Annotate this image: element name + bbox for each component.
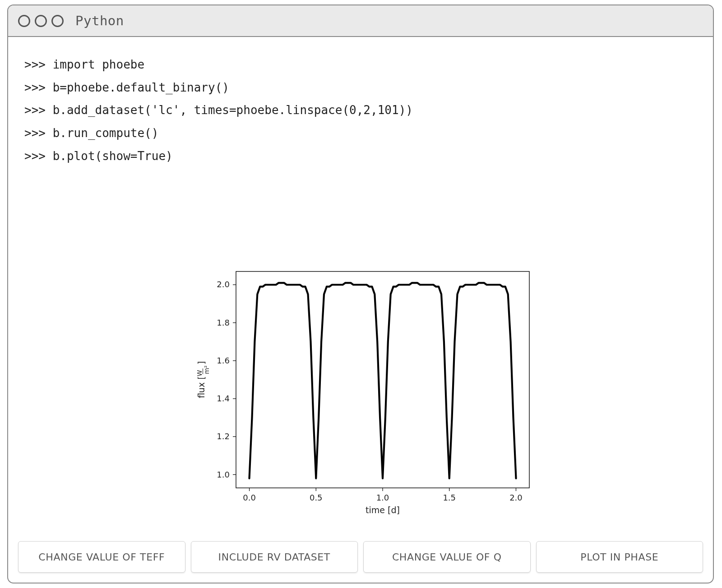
action-buttons: CHANGE VALUE OF TEFF INCLUDE RV DATASET …	[18, 541, 703, 573]
window-controls	[18, 15, 64, 27]
svg-text:time [d]: time [d]	[366, 505, 400, 515]
minimize-icon[interactable]	[35, 15, 47, 27]
close-icon[interactable]	[18, 15, 30, 27]
svg-text:0.5: 0.5	[310, 493, 323, 502]
window-title: Python	[75, 13, 124, 28]
svg-text:2.0: 2.0	[509, 493, 523, 502]
python-window: Python >>> import phoebe >>> b=phoebe.de…	[7, 5, 714, 583]
change-teff-button[interactable]: CHANGE VALUE OF TEFF	[18, 541, 185, 573]
svg-rect-0	[236, 271, 529, 488]
lightcurve-chart: 0.00.51.01.52.01.01.21.41.61.82.0time [d…	[186, 262, 544, 524]
plot-phase-button[interactable]: PLOT IN PHASE	[536, 541, 703, 573]
console-line: >>> b.add_dataset('lc', times=phoebe.lin…	[24, 103, 413, 117]
svg-text:1.4: 1.4	[217, 394, 230, 403]
console-line: >>> b=phoebe.default_binary()	[24, 81, 229, 94]
python-console[interactable]: >>> import phoebe >>> b=phoebe.default_b…	[8, 37, 713, 167]
svg-text:flux [W—m²]: flux [W—m²]	[196, 361, 210, 398]
console-line: >>> import phoebe	[24, 58, 144, 71]
svg-text:1.5: 1.5	[443, 493, 456, 502]
change-q-button[interactable]: CHANGE VALUE OF Q	[363, 541, 531, 573]
svg-text:1.0: 1.0	[217, 470, 230, 479]
svg-text:1.6: 1.6	[217, 356, 230, 365]
svg-text:2.0: 2.0	[217, 280, 230, 289]
maximize-icon[interactable]	[51, 15, 64, 27]
svg-text:0.0: 0.0	[243, 493, 256, 502]
svg-text:1.2: 1.2	[217, 432, 230, 441]
svg-text:1.0: 1.0	[376, 493, 389, 502]
titlebar: Python	[8, 5, 713, 37]
include-rv-button[interactable]: INCLUDE RV DATASET	[191, 541, 358, 573]
console-line: >>> b.plot(show=True)	[24, 149, 173, 163]
svg-text:1.8: 1.8	[217, 318, 230, 327]
console-line: >>> b.run_compute()	[24, 126, 158, 140]
